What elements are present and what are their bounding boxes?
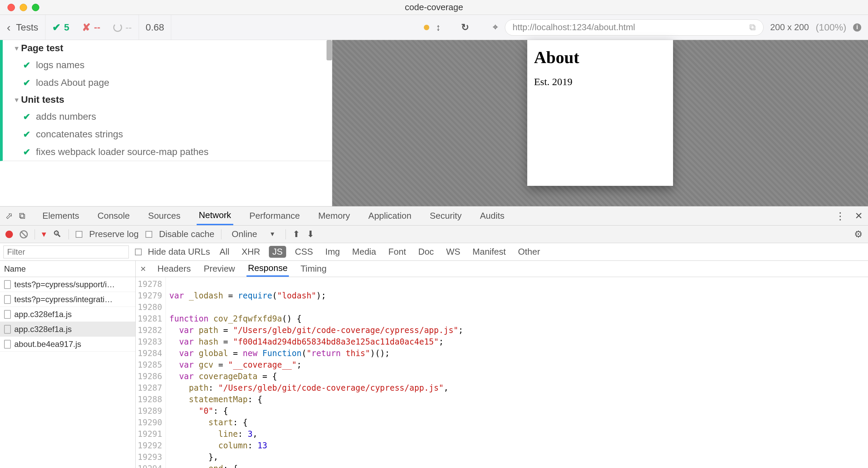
suite-row[interactable]: ▾Page test (3, 40, 332, 56)
kebab-menu-icon[interactable]: ⋮ (835, 210, 845, 222)
aut-heading: About (534, 47, 666, 67)
suite-name: Page test (21, 43, 63, 54)
test-row[interactable]: ✔logs names (3, 56, 332, 74)
clear-icon[interactable] (20, 230, 28, 238)
type-filter-js[interactable]: JS (269, 246, 286, 258)
disable-cache-label: Disable cache (159, 229, 214, 239)
network-filterbar: ▾ 🔍︎ Preserve log Disable cache Online ▼… (0, 226, 868, 243)
preserve-log-checkbox[interactable] (76, 231, 82, 238)
type-filter-css[interactable]: CSS (292, 246, 316, 258)
type-filter-ws[interactable]: WS (443, 246, 464, 258)
check-icon: ✔ (23, 147, 31, 157)
response-panel: × HeadersPreviewResponseTiming 19278 192… (136, 261, 868, 468)
test-row[interactable]: ✔loads About page (3, 74, 332, 92)
spinner-icon (113, 23, 122, 32)
request-row[interactable]: app.c328ef1a.js (0, 322, 135, 337)
reload-icon[interactable]: ↻ (461, 22, 469, 33)
devtools-tab-security[interactable]: Security (428, 207, 464, 225)
passed-count: 5 (64, 22, 70, 33)
type-filter-other[interactable]: Other (515, 246, 544, 258)
response-tab-timing[interactable]: Timing (299, 261, 328, 277)
file-icon (4, 310, 11, 319)
request-name: app.c328ef1a.js (14, 325, 72, 334)
request-list-header: Name (0, 261, 135, 277)
url-bar[interactable]: http://localhost:1234/about.html ⧉ (505, 19, 764, 36)
cypress-toolbar: ‹ Tests ✔ 5 ✘ -- -- 0.68 ↕ ↻ ⌖ http://lo… (0, 15, 868, 40)
hide-data-urls-label: Hide data URLs (148, 247, 210, 257)
request-name: tests?p=cypress/support/i… (14, 280, 115, 289)
test-list: ▾Page test✔logs names✔loads About page▾U… (0, 40, 332, 161)
type-filter-all[interactable]: All (216, 246, 233, 258)
device-icon[interactable]: ⧉ (19, 211, 25, 221)
viewport-dims: 200 x 200 (770, 22, 809, 33)
suite-row[interactable]: ▾Unit tests (3, 92, 332, 108)
filter-icon[interactable]: ▾ (42, 229, 46, 239)
download-icon[interactable]: ⬇ (307, 229, 314, 239)
test-name: loads About page (36, 77, 109, 88)
main-split: ▾Page test✔logs names✔loads About page▾U… (0, 40, 868, 206)
devtools-tab-audits[interactable]: Audits (478, 207, 506, 225)
aut-frame: About Est. 2019 (527, 40, 673, 186)
type-filter-manifest[interactable]: Manifest (469, 246, 509, 258)
popout-icon[interactable]: ⧉ (749, 22, 756, 33)
selector-playground-icon[interactable]: ⌖ (493, 22, 498, 33)
check-icon: ✔ (23, 112, 31, 122)
request-row[interactable]: about.be4ea917.js (0, 337, 135, 352)
devtools-tab-memory[interactable]: Memory (316, 207, 352, 225)
type-filter-doc[interactable]: Doc (415, 246, 437, 258)
file-icon (4, 340, 11, 349)
devtools-close-icon[interactable]: ✕ (855, 210, 863, 221)
throttle-select[interactable]: Online ▼ (228, 229, 279, 239)
devtools-tab-network[interactable]: Network (197, 207, 233, 225)
upload-icon[interactable]: ⬆ (293, 229, 300, 239)
type-filter-media[interactable]: Media (349, 246, 380, 258)
zoom-pct: (100%) (816, 22, 846, 33)
caret-down-icon: ▾ (15, 44, 18, 52)
inspect-icon[interactable]: ⬀ (5, 211, 13, 221)
updown-icon[interactable]: ↕ (436, 22, 441, 33)
failed-count: -- (94, 22, 100, 33)
record-icon[interactable] (5, 231, 13, 238)
test-row[interactable]: ✔concatenates strings (3, 125, 332, 143)
scroll-indicator[interactable] (327, 40, 332, 60)
back-tests-button[interactable]: ‹ Tests (0, 15, 45, 40)
code-content[interactable]: var _lodash = require("lodash"); functio… (166, 277, 467, 468)
devtools-tab-performance[interactable]: Performance (248, 207, 302, 225)
request-row[interactable]: tests?p=cypress/integrati… (0, 292, 135, 307)
type-filter-xhr[interactable]: XHR (238, 246, 263, 258)
file-icon (4, 295, 11, 304)
test-row[interactable]: ✔adds numbers (3, 108, 332, 125)
status-dot-icon (424, 25, 429, 30)
caret-down-icon: ▾ (15, 96, 18, 104)
test-row[interactable]: ✔fixes webpack loader source-map pathes (3, 143, 332, 161)
disable-cache-checkbox[interactable] (145, 231, 152, 238)
devtools-tab-elements[interactable]: Elements (40, 207, 81, 225)
response-tab-headers[interactable]: Headers (156, 261, 192, 277)
throttle-value: Online (232, 229, 257, 239)
devtools-tab-console[interactable]: Console (95, 207, 132, 225)
x-icon: ✘ (82, 21, 91, 33)
devtools-tabs: ⬀ ⧉ ElementsConsoleSourcesNetworkPerform… (0, 207, 868, 226)
test-name: logs names (36, 60, 84, 71)
response-close-icon[interactable]: × (140, 264, 146, 274)
request-name: app.c328ef1a.js (14, 310, 72, 319)
type-filter-font[interactable]: Font (385, 246, 409, 258)
settings-gear-icon[interactable]: ⚙ (854, 229, 863, 240)
type-filter-img[interactable]: Img (322, 246, 343, 258)
response-tab-response[interactable]: Response (246, 261, 289, 277)
test-name: adds numbers (36, 111, 96, 122)
request-row[interactable]: app.c328ef1a.js (0, 307, 135, 322)
pending-count: -- (125, 22, 132, 33)
response-tab-preview[interactable]: Preview (202, 261, 236, 277)
hide-data-urls-checkbox[interactable] (135, 249, 142, 255)
devtools-tab-sources[interactable]: Sources (146, 207, 182, 225)
info-icon[interactable]: i (853, 23, 861, 32)
devtools-tab-application[interactable]: Application (366, 207, 413, 225)
filter-input[interactable] (3, 246, 129, 258)
request-row[interactable]: tests?p=cypress/support/i… (0, 277, 135, 292)
search-icon[interactable]: 🔍︎ (53, 229, 62, 239)
aut-body: Est. 2019 (534, 76, 666, 87)
request-name: tests?p=cypress/integrati… (14, 295, 113, 304)
devtools-body: Name tests?p=cypress/support/i…tests?p=c… (0, 261, 868, 468)
file-icon (4, 280, 11, 289)
